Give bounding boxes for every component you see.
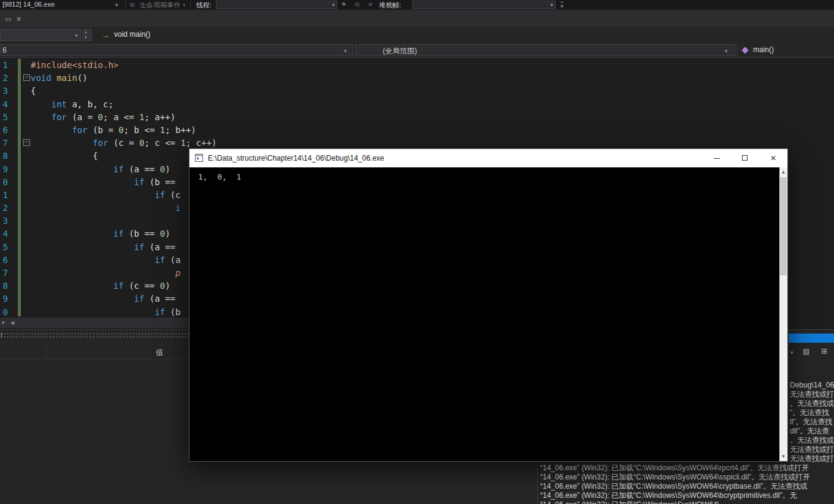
code-line: { [31,85,217,97]
line-number: 5 [0,241,8,254]
current-statement-label[interactable]: void main() [114,30,150,39]
chevron-down-icon[interactable]: ▾ [183,2,186,8]
column-divider[interactable] [46,346,47,359]
fold-collapse-icon[interactable]: – [23,74,30,81]
line-number: 9 [0,292,8,305]
chevron-down-icon[interactable]: ▾ [790,348,794,357]
change-tracking-bar [18,59,21,316]
output-line: “14_06.exe” (Win32): 已加载“C:\Windows\SysW… [540,473,834,482]
console-titlebar[interactable]: E:\Data_structure\Chapter14\14_06\Debug\… [189,149,787,167]
line-number: 0 [0,176,8,189]
line-number: 1 [0,189,8,202]
toolbar-overflow-icon[interactable]: ▾ [560,2,564,9]
project-combobox[interactable]: 6 ▾ [0,44,353,56]
line-number: 4 [0,227,8,240]
console-icon [195,154,203,162]
lifecycle-events-dropdown[interactable]: 生命周期事件 [140,1,180,10]
output-fragment: ll”。无法查找 [790,418,834,427]
line-number: 0 [0,306,8,318]
stack-frame-combobox[interactable]: ▾ [412,1,556,9]
grid-icon[interactable]: ⊞ [821,346,827,356]
output-line: “14_06.exe” (Win32): 已加载“C:\Windows\SysW… [540,491,834,500]
scroll-down-icon[interactable]: ▼ [779,452,787,461]
navbar-separator [737,45,738,56]
progress-bar [789,334,834,343]
chevron-down-icon: ▾ [332,2,335,8]
editor-navigation-bar: 6 ▾ (全局范围) ▾ main() [0,43,834,58]
close-icon: ✕ [770,154,776,162]
code-line: int a, b, c; [31,98,217,111]
scrollbar-thumb[interactable] [780,177,787,275]
line-number: 4 [0,98,8,111]
minimize-icon [714,158,720,159]
code-line: for (a = 0; a <= 1; a++) [31,111,217,124]
console-vertical-scrollbar[interactable]: ▲ ▼ [779,167,787,461]
output-line: “14_06.exe” (Win32): 已加载“C:\Windows\SysW… [540,464,834,473]
chevron-down-icon: ▾ [85,34,87,40]
minimize-button[interactable] [703,149,731,167]
output-fragment: 无法查找或打 [790,454,834,464]
line-number: 6 [0,124,8,137]
thread-combobox[interactable]: ▾ [216,1,337,9]
console-window[interactable]: E:\Data_structure\Chapter14\14_06\Debug\… [189,148,788,462]
close-button[interactable]: ✕ [759,149,787,167]
output-fragment: 。无法查找或 [790,399,834,408]
thread-label: 线程: [196,1,212,10]
line-number: 9 [0,163,8,176]
close-icon[interactable]: ✕ [16,15,21,23]
line-number: 2 [0,72,8,85]
code-line: for (b = 0; b <= 1; b++) [31,124,217,137]
member-combobox[interactable]: main() [753,45,774,54]
process-dropdown[interactable]: [9812] 14_06.exe [2,1,55,8]
chevron-down-icon: ▾ [75,32,78,39]
line-number: 8 [0,280,8,292]
scroll-up-icon[interactable]: ▲ [779,167,787,177]
output-fragment: 无法查找或打 [790,445,834,454]
chevron-down-icon[interactable]: ▾ [115,2,118,8]
scope-combobox[interactable]: (全局范围) ▾ [355,44,735,56]
console-output-text: 1, 0, 1 [198,172,241,181]
line-number: 2 [0,202,8,215]
flag-icon[interactable]: ⚑ [341,1,346,9]
location-combobox[interactable]: ▾ [0,29,81,41]
value-column-header[interactable]: 值 [156,348,163,358]
output-fragment: 。无法查找或 [790,436,834,445]
project-combobox-fragment: 6 [2,46,7,55]
code-line: #include<stdio.h> [31,59,217,72]
pin-icon[interactable]: ▭ [5,15,11,23]
output-line: “14_06.exe” (Win32): 已加载“C:\Windows\SysW… [540,482,834,491]
output-fragment: ”。无法查找 [790,408,834,418]
line-number: 7 [0,137,8,150]
maximize-icon [742,155,748,161]
stack-spinner[interactable]: ▴ ▾ [82,29,92,41]
chevron-down-icon: ▾ [725,48,728,54]
debug-toolbar: [9812] 14_06.exe ▾ ⧉ 生命周期事件 ▾ 线程: ▾ ⚑ ⟲ … [0,0,834,10]
lifecycle-events-icon: ⧉ [130,1,134,9]
maximize-button[interactable] [731,149,759,167]
scope-label: (全局范围) [383,46,417,56]
line-number-margin: 12345678901234567890 [0,59,8,318]
chevron-down-icon: ▾ [344,48,347,54]
line-number: 6 [0,254,8,267]
list-icon[interactable]: ▤ [803,346,809,356]
console-body[interactable]: 1, 0, 1 ▲ ▼ [189,167,787,461]
output-fragment: Debug\14_06. [790,381,834,390]
line-number: 1 [0,59,8,72]
fold-collapse-icon[interactable]: – [23,139,30,146]
debug-location-bar: ▾ ▴ ▾ → void main() [0,27,834,43]
chevron-down-icon: ▾ [550,2,553,8]
stack-frame-label: 堆栈帧: [379,1,401,10]
code-line: void main() [31,72,217,85]
scroll-left-icon[interactable]: ◀ [10,320,14,326]
line-number: 7 [0,267,8,280]
line-number: 3 [0,215,8,227]
clear-icon[interactable]: ✕ [368,1,373,9]
line-number: 8 [0,150,8,162]
line-number: 5 [0,111,8,124]
refresh-icon[interactable]: ⟲ [354,1,359,9]
console-title: E:\Data_structure\Chapter14\14_06\Debug\… [208,149,384,167]
output-fragment: dll”。无法查 [790,427,834,436]
toolbar-separator [125,1,126,9]
output-fragment: 无法查找或打开 [790,390,834,399]
splitter-menu-icon[interactable]: ▾ [2,319,5,326]
